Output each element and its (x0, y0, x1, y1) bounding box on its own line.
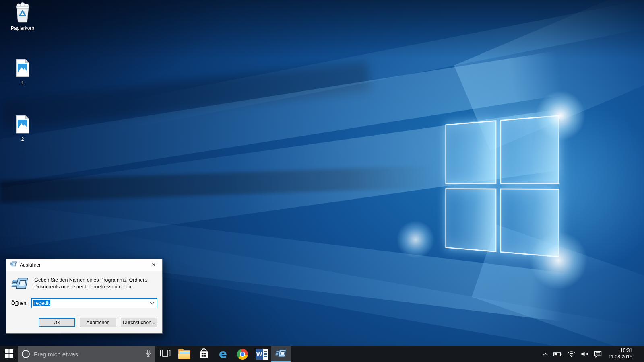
cancel-button[interactable]: Abbrechen (80, 318, 116, 327)
chrome-icon (237, 349, 248, 360)
taskbar-run-active[interactable] (271, 346, 291, 362)
run-dialog-body: Geben Sie den Namen eines Programms, Ord… (6, 277, 162, 308)
store-icon (198, 348, 209, 361)
taskbar: e W (0, 346, 644, 362)
microphone-icon[interactable] (145, 349, 151, 359)
run-icon (10, 261, 17, 269)
task-view-button[interactable] (155, 346, 175, 362)
windows-start-icon (5, 349, 13, 359)
edge-icon: e (219, 348, 227, 360)
close-button[interactable]: ✕ (145, 259, 162, 271)
dialog-message: Geben Sie den Namen eines Programms, Ord… (34, 277, 149, 291)
dialog-button-row: OK Abbrechen Durchsuchen... (6, 308, 162, 333)
desktop-icon-image-2[interactable]: 2 (6, 115, 39, 142)
action-center-icon[interactable] (594, 351, 602, 358)
system-tray: 10:31 11.08.2015 (543, 346, 644, 362)
word-icon: W (256, 349, 268, 360)
browse-button[interactable]: Durchsuchen... (121, 318, 157, 327)
volume-muted-icon[interactable] (581, 351, 589, 357)
run-command-combobox[interactable]: regedit (31, 298, 157, 308)
file-explorer-icon (178, 350, 190, 359)
dialog-message-line1: Geben Sie den Namen eines Programms, Ord… (34, 277, 149, 284)
taskbar-apps: e W (155, 346, 291, 362)
desktop-icon-recycle-bin[interactable]: Papierkorb (6, 2, 39, 31)
clock-date: 11.08.2015 (609, 354, 632, 360)
run-icon (275, 349, 287, 360)
taskbar-clock[interactable]: 10:31 11.08.2015 (609, 348, 632, 360)
image-file-icon (16, 59, 29, 79)
search-input[interactable] (34, 351, 141, 358)
recycle-bin-icon (13, 2, 32, 24)
run-dialog-titlebar[interactable]: Ausführen ✕ (6, 259, 162, 271)
taskbar-file-explorer[interactable] (175, 346, 194, 362)
desktop-icon-label: 2 (21, 136, 24, 142)
clock-time: 10:31 (609, 348, 632, 354)
taskbar-edge[interactable]: e (213, 346, 233, 362)
desktop-icon-label: Papierkorb (11, 25, 34, 31)
close-icon: ✕ (152, 262, 156, 268)
image-file-icon (16, 115, 29, 135)
start-button[interactable] (0, 346, 18, 362)
run-command-value[interactable]: regedit (33, 300, 50, 306)
ok-button[interactable]: OK (39, 318, 75, 327)
wifi-icon[interactable] (567, 351, 576, 357)
taskbar-chrome[interactable] (233, 346, 252, 362)
dialog-title: Ausführen (20, 262, 42, 268)
run-dialog-window: Ausführen ✕ Geben Sie den Namen eines Pr… (6, 259, 163, 334)
taskbar-word[interactable]: W (252, 346, 271, 362)
desktop-icon-image-1[interactable]: 1 (6, 59, 39, 86)
run-icon-large (11, 277, 29, 292)
taskbar-store[interactable] (194, 346, 213, 362)
chevron-down-icon[interactable] (150, 302, 155, 305)
show-hidden-icons-button[interactable] (543, 352, 548, 356)
task-view-icon (160, 349, 171, 359)
open-field-label: Öffnen: (11, 300, 31, 306)
battery-icon[interactable] (553, 352, 562, 357)
desktop-icon-label: 1 (21, 80, 24, 86)
cortana-search-box[interactable] (18, 346, 155, 362)
cortana-icon (22, 350, 30, 358)
dialog-message-line2: Dokuments oder einer Internetressource a… (34, 284, 149, 290)
